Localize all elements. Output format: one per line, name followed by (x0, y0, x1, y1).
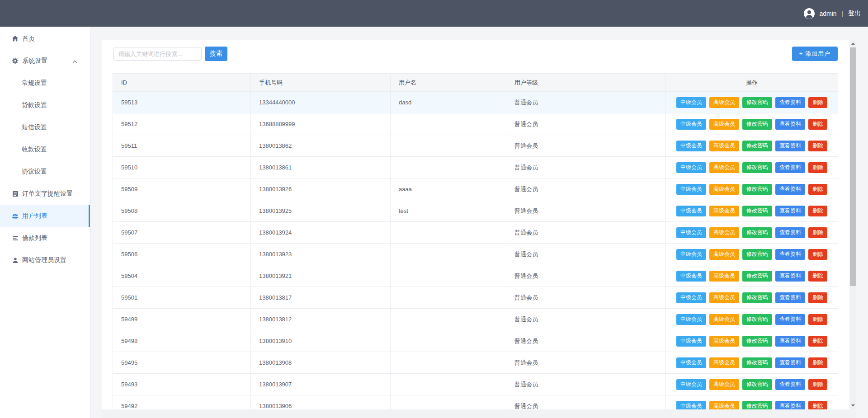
mid-member-button[interactable]: 中级会员 (676, 141, 706, 151)
horizontal-scrollbar-track[interactable] (102, 409, 856, 418)
sidebar-item-site-admin-settings[interactable]: 网站管理员设置 (0, 249, 90, 271)
high-member-button[interactable]: 高级会员 (709, 379, 739, 390)
delete-button[interactable]: 删除 (808, 206, 827, 216)
change-password-button[interactable]: 修改密码 (742, 141, 772, 151)
view-profile-button[interactable]: 查看资料 (775, 206, 805, 216)
mid-member-button[interactable]: 中级会员 (676, 119, 706, 130)
sidebar-item-order-text-reminder-settings[interactable]: 订单文字提醒设置 (0, 183, 90, 205)
delete-button[interactable]: 删除 (808, 227, 827, 238)
delete-button[interactable]: 删除 (808, 249, 827, 260)
mid-member-button[interactable]: 中级会员 (676, 97, 706, 108)
view-profile-button[interactable]: 查看资料 (775, 119, 805, 130)
table-row: 595071380013924普通会员中级会员高级会员修改密码查看资料删除 (113, 222, 838, 244)
high-member-button[interactable]: 高级会员 (709, 314, 739, 325)
sidebar-item-user-list[interactable]: 用户列表 (0, 205, 90, 227)
gear-icon (12, 57, 19, 64)
high-member-button[interactable]: 高级会员 (709, 292, 739, 303)
view-profile-button[interactable]: 查看资料 (775, 379, 805, 390)
change-password-button[interactable]: 修改密码 (742, 314, 772, 325)
delete-button[interactable]: 删除 (808, 292, 827, 303)
search-input[interactable] (113, 47, 202, 61)
mid-member-button[interactable]: 中级会员 (676, 401, 706, 410)
sidebar-item-payment-settings[interactable]: 收款设置 (0, 138, 90, 160)
mid-member-button[interactable]: 中级会员 (676, 184, 706, 195)
high-member-button[interactable]: 高级会员 (709, 401, 739, 410)
phone-cell: 1380013906 (251, 395, 391, 410)
high-member-button[interactable]: 高级会员 (709, 249, 739, 260)
change-password-button[interactable]: 修改密码 (742, 401, 772, 410)
change-password-button[interactable]: 修改密码 (742, 271, 772, 282)
sidebar-item-loan-settings[interactable]: 贷款设置 (0, 94, 90, 116)
mid-member-button[interactable]: 中级会员 (676, 292, 706, 303)
vertical-scrollbar[interactable] (849, 40, 856, 409)
view-profile-button[interactable]: 查看资料 (775, 314, 805, 325)
view-profile-button[interactable]: 查看资料 (775, 249, 805, 260)
scrollbar-thumb[interactable] (850, 47, 856, 286)
change-password-button[interactable]: 修改密码 (742, 119, 772, 130)
change-password-button[interactable]: 修改密码 (742, 184, 772, 195)
view-profile-button[interactable]: 查看资料 (775, 401, 805, 410)
delete-button[interactable]: 删除 (808, 141, 827, 151)
change-password-button[interactable]: 修改密码 (742, 292, 772, 303)
view-profile-button[interactable]: 查看资料 (775, 227, 805, 238)
change-password-button[interactable]: 修改密码 (742, 357, 772, 368)
high-member-button[interactable]: 高级会员 (709, 141, 739, 151)
delete-button[interactable]: 删除 (808, 379, 827, 390)
change-password-button[interactable]: 修改密码 (742, 162, 772, 173)
mid-member-button[interactable]: 中级会员 (676, 162, 706, 173)
scroll-up-arrow-icon[interactable] (849, 40, 856, 47)
high-member-button[interactable]: 高级会员 (709, 357, 739, 368)
scroll-down-arrow-icon[interactable] (849, 402, 856, 409)
delete-button[interactable]: 删除 (808, 271, 827, 282)
sidebar-item-borrow-list[interactable]: 借款列表 (0, 227, 90, 249)
change-password-button[interactable]: 修改密码 (742, 97, 772, 108)
high-member-button[interactable]: 高级会员 (709, 336, 739, 347)
sidebar-item-general-settings[interactable]: 常规设置 (0, 72, 90, 94)
high-member-button[interactable]: 高级会员 (709, 184, 739, 195)
sidebar-item-agreement-settings[interactable]: 协议设置 (0, 160, 90, 183)
view-profile-button[interactable]: 查看资料 (775, 162, 805, 173)
change-password-button[interactable]: 修改密码 (742, 379, 772, 390)
mid-member-button[interactable]: 中级会员 (676, 249, 706, 260)
view-profile-button[interactable]: 查看资料 (775, 292, 805, 303)
view-profile-button[interactable]: 查看资料 (775, 271, 805, 282)
delete-button[interactable]: 删除 (808, 336, 827, 347)
mid-member-button[interactable]: 中级会员 (676, 206, 706, 216)
change-password-button[interactable]: 修改密码 (742, 336, 772, 347)
delete-button[interactable]: 删除 (808, 357, 827, 368)
high-member-button[interactable]: 高级会员 (709, 227, 739, 238)
sidebar-item-system-settings[interactable]: 系统设置 (0, 50, 90, 72)
mid-member-button[interactable]: 中级会员 (676, 314, 706, 325)
delete-button[interactable]: 删除 (808, 119, 827, 130)
change-password-button[interactable]: 修改密码 (742, 249, 772, 260)
view-profile-button[interactable]: 查看资料 (775, 336, 805, 347)
sidebar-item-home[interactable]: 首页 (0, 28, 90, 50)
delete-button[interactable]: 删除 (808, 314, 827, 325)
view-profile-button[interactable]: 查看资料 (775, 141, 805, 151)
mid-member-button[interactable]: 中级会员 (676, 357, 706, 368)
logout-button[interactable]: 登出 (848, 9, 861, 18)
delete-button[interactable]: 删除 (808, 184, 827, 195)
high-member-button[interactable]: 高级会员 (709, 97, 739, 108)
mid-member-button[interactable]: 中级会员 (676, 379, 706, 390)
view-profile-button[interactable]: 查看资料 (775, 184, 805, 195)
high-member-button[interactable]: 高级会员 (709, 206, 739, 216)
sidebar-item-sms-settings[interactable]: 短信设置 (0, 116, 90, 138)
delete-button[interactable]: 删除 (808, 162, 827, 173)
high-member-button[interactable]: 高级会员 (709, 271, 739, 282)
delete-button[interactable]: 删除 (808, 401, 827, 410)
search-button[interactable]: 搜索 (205, 47, 227, 61)
delete-button[interactable]: 删除 (808, 97, 827, 108)
change-password-button[interactable]: 修改密码 (742, 206, 772, 216)
mid-member-button[interactable]: 中级会员 (676, 227, 706, 238)
mid-member-button[interactable]: 中级会员 (676, 271, 706, 282)
phone-cell: 1380013861 (251, 157, 391, 178)
high-member-button[interactable]: 高级会员 (709, 162, 739, 173)
view-profile-button[interactable]: 查看资料 (775, 97, 805, 108)
change-password-button[interactable]: 修改密码 (742, 227, 772, 238)
high-member-button[interactable]: 高级会员 (709, 119, 739, 130)
actions-cell: 中级会员高级会员修改密码查看资料删除 (666, 352, 838, 374)
mid-member-button[interactable]: 中级会员 (676, 336, 706, 347)
view-profile-button[interactable]: 查看资料 (775, 357, 805, 368)
add-user-button[interactable]: + 添加用户 (792, 47, 838, 61)
